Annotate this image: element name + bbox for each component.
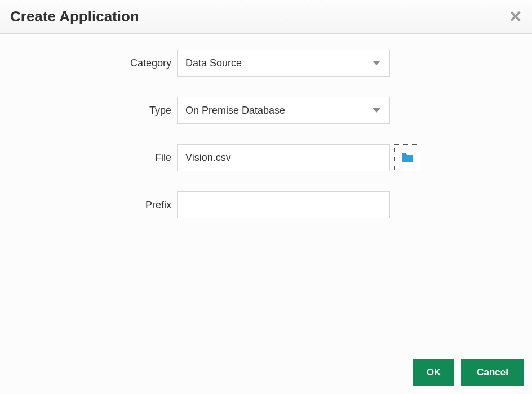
- close-icon[interactable]: ✕: [509, 9, 522, 25]
- dialog-body: Category Data Source Type On Premise Dat…: [0, 34, 532, 359]
- browse-file-button[interactable]: [394, 144, 420, 171]
- row-prefix: Prefix: [0, 191, 532, 218]
- prefix-label: Prefix: [0, 199, 177, 211]
- row-type: Type On Premise Database: [0, 97, 532, 124]
- dialog-header: Create Application ✕: [0, 0, 532, 34]
- folder-icon: [401, 152, 414, 163]
- file-input-native[interactable]: [185, 145, 382, 171]
- row-file: File: [0, 144, 532, 171]
- category-value: Data Source: [185, 57, 382, 69]
- prefix-input-native[interactable]: [185, 192, 382, 218]
- category-select[interactable]: Data Source: [177, 50, 390, 77]
- file-label: File: [0, 152, 177, 164]
- category-label: Category: [0, 57, 177, 69]
- row-category: Category Data Source: [0, 50, 532, 77]
- dialog-title: Create Application: [10, 8, 139, 25]
- prefix-input[interactable]: [177, 191, 390, 218]
- dialog-footer: OK Cancel: [0, 359, 532, 394]
- cancel-button[interactable]: Cancel: [461, 359, 524, 386]
- ok-button[interactable]: OK: [413, 359, 455, 386]
- file-input[interactable]: [177, 144, 390, 171]
- caret-down-icon: [373, 108, 380, 113]
- type-value: On Premise Database: [185, 105, 382, 117]
- caret-down-icon: [373, 61, 380, 65]
- type-label: Type: [0, 105, 177, 117]
- type-select[interactable]: On Premise Database: [177, 97, 390, 124]
